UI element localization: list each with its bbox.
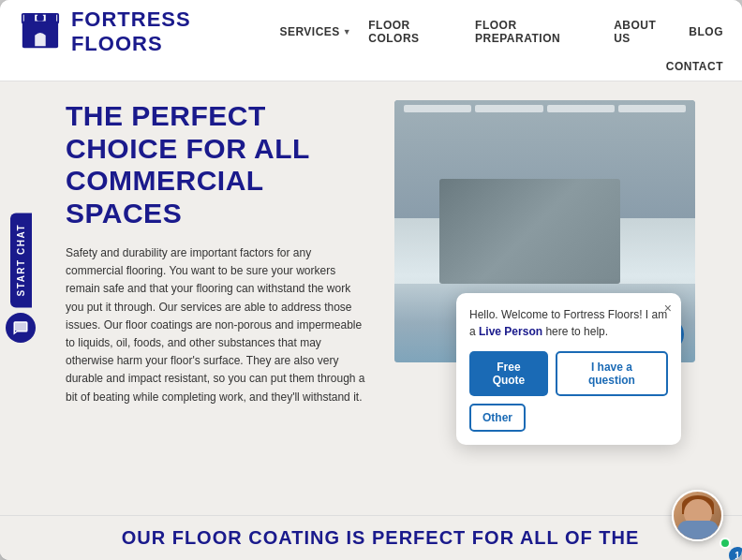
hero-body: Safety and durability are important fact… xyxy=(66,244,366,406)
svg-rect-9 xyxy=(51,14,56,23)
free-quote-button[interactable]: Free Quote xyxy=(469,351,548,396)
hero-section: THE PERFECT CHOICE FOR ALL COMMERCIAL SP… xyxy=(0,81,742,515)
bottom-banner-text: OUR FLOOR COATING IS PERFECT FOR ALL OF … xyxy=(66,527,695,549)
online-indicator xyxy=(720,538,731,549)
have-question-button[interactable]: I have a question xyxy=(556,351,668,396)
nav-about-us[interactable]: ABOUT US xyxy=(614,19,672,45)
nav-blog[interactable]: BLOG xyxy=(689,25,723,38)
navbar: FORTRESS FLOORS SERVICES ▼ FLOOR COLORS … xyxy=(0,0,742,81)
hero-left: THE PERFECT CHOICE FOR ALL COMMERCIAL SP… xyxy=(66,100,366,496)
nav-contact[interactable]: CONTACT xyxy=(666,60,723,73)
logo-area[interactable]: FORTRESS FLOORS xyxy=(19,7,279,56)
chat-bubble-icon xyxy=(12,319,29,336)
hero-right: × Hello. Welcome to Fortress Floors! I a… xyxy=(394,100,695,496)
logo-icon xyxy=(19,9,62,54)
chat-popup: × Hello. Welcome to Fortress Floors! I a… xyxy=(456,293,681,445)
chat-avatar[interactable] xyxy=(672,490,723,541)
svg-rect-10 xyxy=(37,14,43,22)
chat-popup-buttons: Free Quote I have a question xyxy=(469,351,668,396)
bottom-banner: OUR FLOOR COATING IS PERFECT FOR ALL OF … xyxy=(0,515,742,560)
nav-bottom: CONTACT xyxy=(19,60,723,81)
equipment xyxy=(439,179,620,284)
chat-sidebar: START CHAT xyxy=(0,213,41,343)
nav-floor-preparation[interactable]: FLOOR PREPARATION xyxy=(475,19,597,45)
nav-floor-colors[interactable]: FLOOR COLORS xyxy=(368,19,458,45)
hero-title: THE PERFECT CHOICE FOR ALL COMMERCIAL SP… xyxy=(66,100,366,229)
chat-popup-text: Hello. Welcome to Fortress Floors! I am … xyxy=(469,306,668,340)
nav-links-top: SERVICES ▼ FLOOR COLORS FLOOR PREPARATIO… xyxy=(279,19,723,45)
chevron-down-icon: ▼ xyxy=(343,27,351,37)
avatar-image xyxy=(674,492,721,539)
notification-badge: 1 xyxy=(729,547,742,560)
browser-frame: FORTRESS FLOORS SERVICES ▼ FLOOR COLORS … xyxy=(0,0,742,560)
main-content: START CHAT THE PERFECT CHOICE FOR ALL CO… xyxy=(0,81,742,560)
chat-icon[interactable] xyxy=(6,313,36,343)
start-chat-button[interactable]: START CHAT xyxy=(10,213,32,307)
ceiling-lights xyxy=(394,105,695,112)
nav-services[interactable]: SERVICES ▼ xyxy=(279,25,351,38)
nav-top: FORTRESS FLOORS SERVICES ▼ FLOOR COLORS … xyxy=(19,0,723,60)
svg-rect-8 xyxy=(24,14,30,23)
other-button[interactable]: Other xyxy=(469,404,526,432)
close-button[interactable]: × xyxy=(664,301,672,316)
logo-text: FORTRESS FLOORS xyxy=(71,7,279,56)
avatar-body xyxy=(677,521,719,539)
